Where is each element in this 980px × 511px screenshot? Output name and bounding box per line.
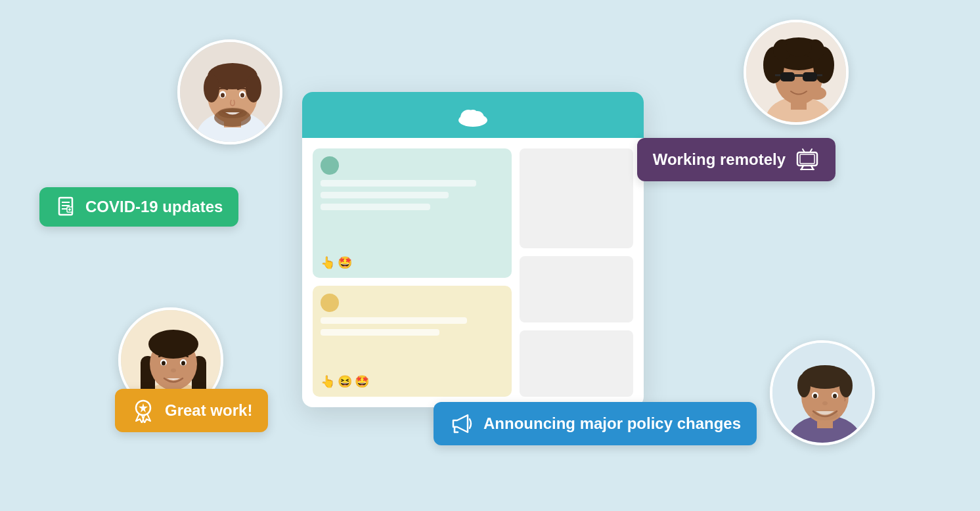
post-emojis-2: 👆 😆 🤩 [321,374,504,389]
svg-point-28 [808,87,826,100]
svg-rect-26 [775,74,780,76]
svg-point-35 [148,330,198,359]
badge-covid[interactable]: COVID-19 updates [39,187,238,227]
post-avatar-yellow [321,294,339,312]
megaphone-icon [449,411,474,436]
posts-column: 👆 🤩 👆 😆 🤩 [313,148,512,397]
svg-point-47 [839,374,853,397]
emoji-laugh-2: 😆 [338,374,352,389]
badge-covid-label: COVID-19 updates [85,198,223,216]
svg-rect-25 [795,74,803,77]
badge-working-remotely[interactable]: Working remotely [637,138,835,181]
sidebar-card-mid [520,256,633,322]
badge-policy[interactable]: Announcing major policy changes [434,402,757,445]
svg-point-57 [468,110,478,120]
app-header [302,92,644,138]
avatar-man-bottom [770,340,875,445]
post-emojis-1: 👆 🤩 [321,256,504,270]
svg-point-51 [833,394,837,399]
app-card: 👆 🤩 👆 😆 🤩 [302,92,644,407]
sidebar-card-top [520,148,633,248]
award-icon [131,398,156,423]
svg-marker-73 [139,403,148,412]
svg-point-40 [171,368,176,372]
post-green: 👆 🤩 [313,148,512,278]
svg-point-53 [812,410,838,420]
svg-rect-27 [817,74,822,76]
post-line-4 [321,317,467,324]
svg-point-10 [240,93,244,98]
post-yellow: 👆 😆 🤩 [313,286,512,397]
avatar-man-top [177,39,282,144]
emoji-star-2: 🤩 [355,374,369,389]
svg-point-38 [162,361,166,366]
svg-point-5 [204,74,219,102]
sidebar-card-bottom [520,330,633,397]
svg-point-50 [813,394,817,399]
svg-point-6 [246,74,261,102]
badge-working-label: Working remotely [653,150,786,169]
post-line-1 [321,180,476,187]
tv-icon [795,147,820,172]
svg-rect-24 [803,72,817,81]
app-body: 👆 🤩 👆 😆 🤩 [302,138,644,407]
sidebar-column [520,148,633,397]
svg-point-39 [181,361,185,366]
emoji-thumbsup-1: 👆 [321,256,335,270]
post-line-2 [321,192,449,198]
badge-policy-label: Announcing major policy changes [483,414,741,433]
post-line-5 [321,329,439,336]
emoji-thumbsup-2: 👆 [321,374,335,389]
svg-point-22 [786,38,812,56]
emoji-star-1: 🤩 [338,256,352,270]
svg-rect-66 [800,154,814,164]
document-icon [55,196,76,217]
svg-point-46 [797,374,811,397]
avatar-woman-top [744,20,849,125]
svg-point-52 [822,401,828,405]
badge-great-work-label: Great work! [165,401,252,420]
svg-rect-23 [780,72,795,81]
badge-great-work[interactable]: Great work! [115,389,268,432]
cloud-icon [457,103,489,127]
post-avatar-green [321,156,339,175]
post-line-3 [321,204,430,210]
svg-point-9 [221,93,225,98]
